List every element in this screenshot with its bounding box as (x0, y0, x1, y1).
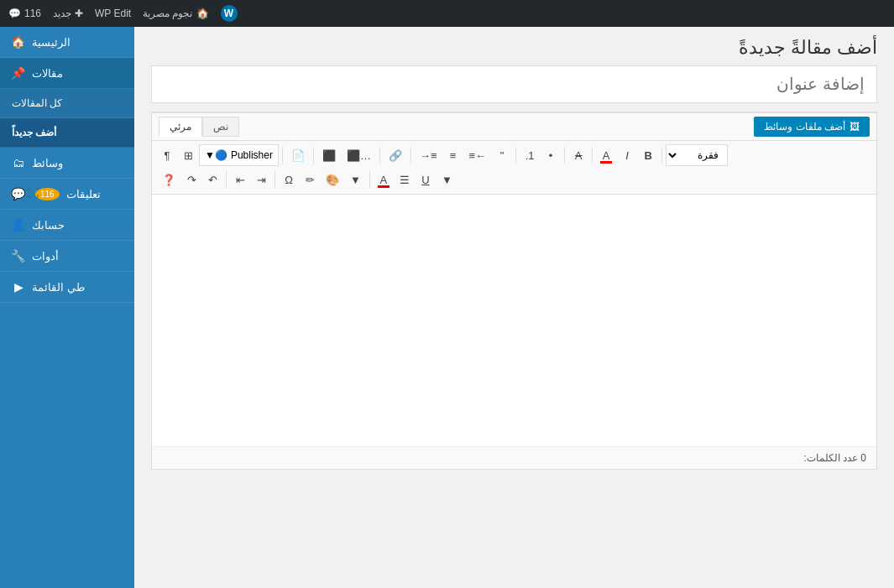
new-item[interactable]: ✚ جديد (53, 8, 83, 19)
page-break-btn[interactable]: 📄 (286, 144, 310, 166)
wp-edit-item[interactable]: WP Edit (95, 8, 131, 19)
sidebar-item-media[interactable]: وسائط 🗂 (0, 148, 134, 179)
help-btn[interactable]: ❓ (157, 169, 180, 190)
sidebar-item-account[interactable]: حسابك 👤 (0, 210, 134, 241)
font-selector[interactable]: Publisher 🔵 ▼ (199, 144, 279, 166)
toolbar: ¶ ⊞ Publisher 🔵 ▼ 📄 ⬛ …⬛ 🔗 ≡→ (152, 141, 876, 195)
word-count-label: عدد الكلمات: (803, 452, 858, 464)
all-posts-sidebar-label: كل المقالات (12, 97, 62, 109)
align-center-btn[interactable]: ≡ (443, 144, 463, 166)
toolbar-row-1: ¶ ⊞ Publisher 🔵 ▼ 📄 ⬛ …⬛ 🔗 ≡→ (157, 144, 871, 166)
strikethrough-btn[interactable]: A (568, 144, 588, 166)
table-icon-btn[interactable]: ⊞ (178, 144, 198, 166)
font-color-btn[interactable]: A (596, 144, 616, 166)
editor-footer: 0 عدد الكلمات: (152, 446, 876, 469)
align-right-btn[interactable]: ≡→ (415, 144, 442, 166)
separator-10 (274, 171, 275, 188)
underline-btn[interactable]: U (416, 169, 436, 190)
separator-8 (661, 147, 662, 164)
paragraph-icon-btn[interactable]: ¶ (157, 144, 177, 166)
admin-bar: W 🏠 نجوم مصرية WP Edit ✚ جديد 116 💬 (0, 0, 894, 27)
title-area (151, 65, 877, 103)
separator-2 (313, 147, 314, 164)
collapse-sidebar-icon: ▶ (12, 280, 25, 294)
word-count-value: 0 عدد الكلمات: (803, 452, 866, 464)
align-left-btn[interactable]: ←≡ (464, 144, 492, 166)
account-sidebar-icon: 👤 (12, 218, 25, 232)
page-title: أضف مقالةً جديدةً (151, 37, 877, 59)
blockquote-btn[interactable]: " (492, 144, 512, 166)
separator-11 (369, 171, 370, 188)
format-selector[interactable]: فقرة عنوان 1 عنوان 2 عنوان 3 (666, 144, 728, 166)
add-new-sidebar-label: أضف جديداً (12, 127, 56, 138)
sidebar-item-collapse[interactable]: طي القائمة ▶ (0, 272, 134, 303)
site-name-label: نجوم مصرية (143, 8, 192, 19)
tools-sidebar-icon: 🔧 (12, 249, 25, 263)
sidebar-item-tools[interactable]: أدوات 🔧 (0, 241, 134, 272)
sidebar: الرئيسية 🏠 مقالات 📌 كل المقالات أضف جديد… (0, 27, 134, 588)
outdent-btn[interactable]: ⇤ (230, 169, 250, 190)
comment-count-label: 116 (24, 8, 41, 19)
sidebar-item-home[interactable]: الرئيسية 🏠 (0, 27, 134, 58)
link-btn[interactable]: 🔗 (384, 144, 407, 166)
separator-4 (410, 147, 411, 164)
unordered-list-btn[interactable]: • (541, 144, 561, 166)
account-sidebar-label: حسابك (32, 219, 65, 232)
separator-9 (226, 171, 227, 188)
title-input[interactable] (151, 65, 877, 103)
separator-7 (592, 147, 593, 164)
tab-text[interactable]: نص (202, 117, 239, 137)
wordpress-icon-item[interactable]: W (221, 5, 238, 22)
justify-btn[interactable]: ☰ (395, 169, 415, 190)
add-media-icon: 🖼 (850, 121, 860, 133)
sidebar-item-posts[interactable]: مقالات 📌 (0, 58, 134, 89)
ordered-list-btn[interactable]: 1. (520, 144, 540, 166)
separator-6 (564, 147, 565, 164)
add-media-label: أضف ملفات وسائط (764, 121, 845, 133)
clear-formatting-btn[interactable]: ✏ (300, 169, 320, 190)
view-tabs: مرئي نص (159, 117, 239, 137)
sidebar-item-comments[interactable]: تعليقات 116 💬 (0, 179, 134, 210)
font-name-label: Publisher (231, 149, 273, 161)
redo-btn[interactable]: ↷ (181, 169, 201, 190)
separator-5 (515, 147, 516, 164)
home-sidebar-icon: 🏠 (12, 35, 25, 49)
more-formats-btn[interactable]: 🎨 (321, 169, 344, 190)
tools-sidebar-label: أدوات (32, 250, 59, 263)
separator-3 (379, 147, 380, 164)
home-icon: 🏠 (196, 8, 209, 19)
page-header: أضف مقالةً جديدةً (134, 27, 894, 65)
posts-sidebar-label: مقالات (32, 67, 63, 80)
site-name-item[interactable]: 🏠 نجوم مصرية (143, 8, 208, 19)
plus-icon: ✚ (75, 8, 83, 19)
dropdown-arrow-btn[interactable]: ▼ (345, 169, 366, 190)
media-sidebar-label: وسائط (32, 157, 63, 169)
font-selector-icon: 🔵 (215, 149, 227, 161)
collapse-sidebar-label: طي القائمة (32, 281, 85, 294)
comments-sidebar-label: تعليقات (66, 188, 101, 200)
wordpress-icon: W (221, 5, 238, 22)
more-btn[interactable]: …⬛ (342, 144, 376, 166)
table-btn[interactable]: ⬛ (317, 144, 341, 166)
dropdown-more-btn[interactable]: ▼ (437, 169, 457, 190)
media-sidebar-icon: 🗂 (12, 156, 25, 169)
comment-icon: 💬 (8, 8, 21, 19)
sidebar-item-add-new[interactable]: أضف جديداً (0, 118, 134, 148)
editor-container: مرئي نص 🖼 أضف ملفات وسائط ¶ ⊞ Publisher … (151, 112, 877, 470)
special-char-btn[interactable]: Ω (279, 169, 299, 190)
editor-tabs: مرئي نص 🖼 أضف ملفات وسائط (152, 112, 876, 141)
home-sidebar-label: الرئيسية (32, 36, 71, 49)
content-area: أضف مقالةً جديدةً مرئي نص 🖼 أضف ملفات وس… (134, 27, 894, 588)
bold-btn[interactable]: B (638, 144, 658, 166)
comments-item[interactable]: 116 💬 (8, 8, 41, 19)
tab-visual[interactable]: مرئي (159, 117, 202, 137)
separator-1 (282, 147, 283, 164)
word-count-number: 0 (860, 452, 866, 464)
undo-btn[interactable]: ↶ (202, 169, 222, 190)
sidebar-item-all-posts[interactable]: كل المقالات (0, 89, 134, 118)
text-color-btn[interactable]: A (374, 169, 394, 190)
add-media-button[interactable]: 🖼 أضف ملفات وسائط (754, 117, 870, 137)
italic-btn[interactable]: I (617, 144, 637, 166)
indent-btn[interactable]: ⇥ (251, 169, 271, 190)
editor-body[interactable] (152, 195, 876, 446)
